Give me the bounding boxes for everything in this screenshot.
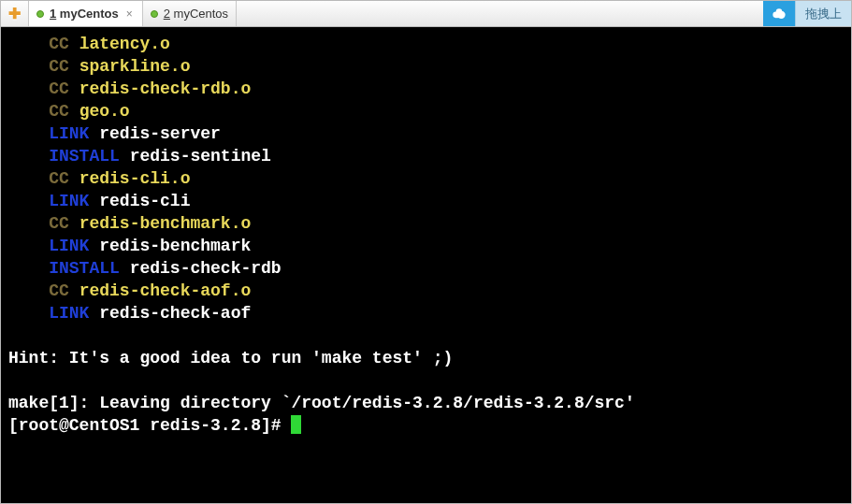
- svg-rect-3: [776, 13, 783, 18]
- make-leave-text: make[1]: Leaving directory `/root/redis-…: [8, 392, 844, 414]
- toolbar-right: 拖拽上: [763, 1, 851, 26]
- build-tag: CC: [49, 214, 69, 233]
- build-target: redis-cli.o: [79, 169, 191, 188]
- build-tag: CC: [49, 281, 69, 300]
- output-line: LINK redis-cli: [8, 190, 844, 212]
- build-target: latency.o: [79, 35, 170, 53]
- build-target: redis-sentinel: [130, 147, 271, 166]
- output-line: LINK redis-server: [8, 122, 844, 145]
- build-tag: LINK: [49, 304, 89, 323]
- tab-label: 1 myCentos: [50, 7, 119, 21]
- build-target: redis-check-rdb: [130, 259, 282, 278]
- cursor: [291, 415, 301, 434]
- cloud-icon: [770, 5, 788, 23]
- new-tab-button[interactable]: ✚: [1, 1, 29, 26]
- status-dot-icon: [151, 10, 158, 18]
- build-target: redis-check-aof: [99, 304, 251, 323]
- shell-prompt: [root@CentOS1 redis-3.2.8]#: [8, 416, 291, 435]
- build-tag: CC: [49, 169, 69, 188]
- output-line: INSTALL redis-sentinel: [8, 145, 844, 167]
- output-line: LINK redis-benchmark: [8, 235, 844, 257]
- build-target: redis-benchmark: [99, 237, 251, 255]
- output-line: CC geo.o: [8, 100, 844, 122]
- terminal[interactable]: CC latency.o CC sparkline.o CC redis-che…: [1, 27, 851, 503]
- close-icon[interactable]: ×: [124, 7, 135, 21]
- output-line: LINK redis-check-aof: [8, 302, 844, 324]
- tab-1[interactable]: 1 myCentos×: [29, 1, 143, 26]
- output-line: CC sparkline.o: [8, 55, 844, 78]
- output-line: CC redis-cli.o: [8, 167, 844, 190]
- cloud-button[interactable]: [763, 1, 795, 26]
- output-line: CC redis-benchmark.o: [8, 212, 844, 235]
- build-tag: CC: [49, 79, 69, 98]
- build-tag: LINK: [49, 237, 89, 255]
- build-target: geo.o: [79, 102, 130, 121]
- build-tag: LINK: [49, 124, 89, 143]
- build-tag: CC: [49, 57, 69, 76]
- build-target: redis-check-rdb.o: [79, 79, 252, 98]
- build-target: redis-check-aof.o: [79, 281, 252, 300]
- status-dot-icon: [36, 10, 44, 18]
- drag-hint[interactable]: 拖拽上: [795, 1, 851, 26]
- build-tag: INSTALL: [49, 259, 120, 278]
- build-tag: LINK: [49, 192, 89, 210]
- output-line: CC redis-check-rdb.o: [8, 78, 844, 100]
- output-line: INSTALL redis-check-rdb: [8, 257, 844, 280]
- tab-label: 2 myCentos: [164, 7, 228, 21]
- build-tag: CC: [49, 35, 69, 53]
- build-tag: CC: [49, 102, 69, 121]
- tab-2[interactable]: 2 myCentos: [143, 1, 237, 26]
- plus-icon: ✚: [8, 5, 21, 22]
- tab-bar: ✚ 1 myCentos×2 myCentos 拖拽上: [1, 1, 851, 27]
- output-line: CC redis-check-aof.o: [8, 280, 844, 302]
- build-target: redis-cli: [99, 192, 190, 210]
- build-target: sparkline.o: [79, 57, 191, 76]
- hint-text: Hint: It's a good idea to run 'make test…: [8, 347, 844, 369]
- output-line: CC latency.o: [8, 33, 844, 55]
- build-target: redis-server: [99, 124, 221, 143]
- build-target: redis-benchmark.o: [79, 214, 252, 233]
- build-tag: INSTALL: [49, 147, 120, 166]
